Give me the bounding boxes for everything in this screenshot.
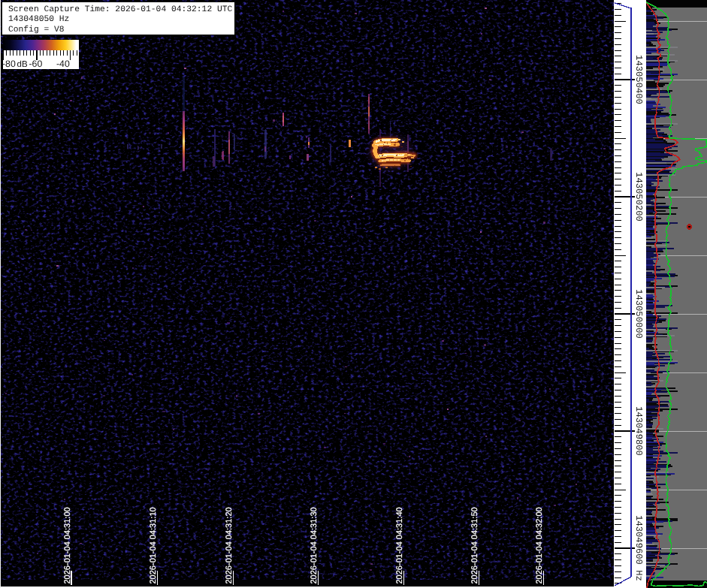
svg-text:2026-01-04 04:31:00: 2026-01-04 04:31:00: [63, 507, 72, 583]
svg-text:2026-01-04 04:31:30: 2026-01-04 04:31:30: [310, 507, 319, 583]
svg-text:-40: -40: [56, 59, 70, 69]
svg-text:Config = V8: Config = V8: [8, 25, 65, 35]
svg-text:Screen Capture Time: 2026-01-0: Screen Capture Time: 2026-01-04 04:32:12…: [8, 5, 233, 14]
svg-text:-80: -80: [2, 59, 16, 69]
svg-text:143048050 Hz: 143048050 Hz: [8, 15, 69, 24]
svg-text:2026-01-04 04:31:40: 2026-01-04 04:31:40: [395, 507, 404, 583]
svg-text:2026-01-04 04:31:20: 2026-01-04 04:31:20: [225, 507, 234, 583]
svg-text:143049800: 143049800: [633, 406, 644, 456]
svg-text:143049600 Hz: 143049600 Hz: [633, 515, 644, 581]
svg-text:-60: -60: [29, 59, 43, 69]
svg-text:143050000: 143050000: [633, 289, 644, 339]
svg-text:143050400: 143050400: [633, 55, 644, 104]
svg-text:143050200: 143050200: [633, 172, 644, 222]
svg-text:dB: dB: [17, 60, 28, 69]
svg-text:2026-01-04 04:31:10: 2026-01-04 04:31:10: [149, 507, 158, 583]
svg-text:2026-01-04 04:31:50: 2026-01-04 04:31:50: [470, 507, 479, 583]
svg-text:2026-01-04 04:32:00: 2026-01-04 04:32:00: [535, 507, 544, 583]
